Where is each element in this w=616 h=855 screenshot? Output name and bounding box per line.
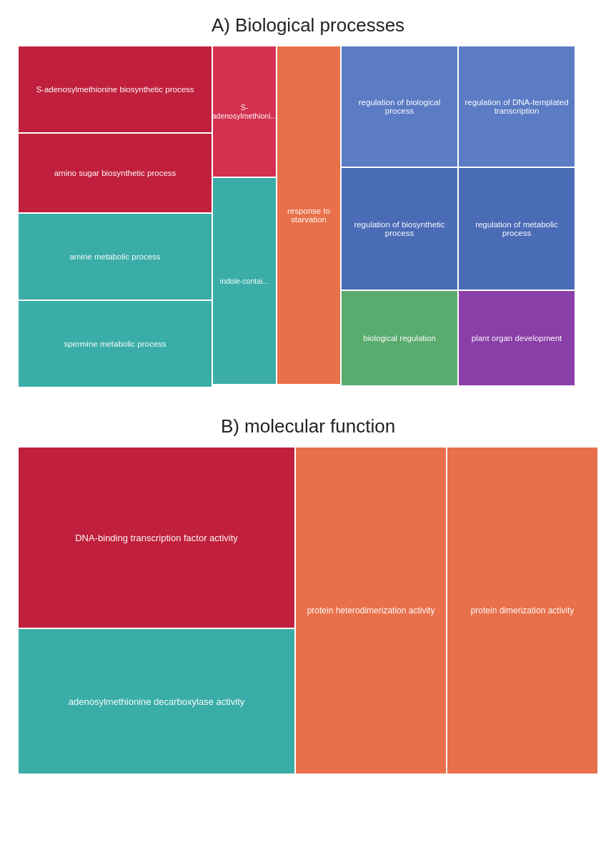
- cell-protein-dimer[interactable]: protein dimerization activity: [447, 448, 597, 774]
- cell-s-adeno-abbrev[interactable]: S-adenosylmethioni...: [213, 46, 276, 177]
- cell-reg-metabolic[interactable]: regulation of metabolic process: [459, 168, 575, 290]
- section-b: B) molecular function DNA-binding transc…: [14, 415, 602, 774]
- treemap-a-col2: S-adenosylmethioni... indole-contai...: [213, 46, 276, 387]
- cell-label: regulation of DNA-templated transcriptio…: [463, 98, 570, 115]
- cell-amine-metabolic[interactable]: amine metabolic process: [19, 214, 212, 300]
- cell-reg-biosynthetic[interactable]: regulation of biosynthetic process: [342, 168, 457, 290]
- treemap-a: S-adenosylmethionine biosynthetic proces…: [19, 46, 597, 387]
- cell-amino-sugar[interactable]: amino sugar biosynthetic process: [19, 134, 212, 212]
- cell-label: plant organ development: [472, 334, 562, 342]
- treemap-a-col5: regulation of DNA-templated transcriptio…: [459, 46, 575, 387]
- cell-label: protein heterodimerization activity: [307, 606, 435, 616]
- treemap-b-col1: DNA-binding transcription factor activit…: [19, 448, 294, 774]
- cell-protein-hetero[interactable]: protein heterodimerization activity: [296, 448, 446, 774]
- section-a-title: A) Biological processes: [14, 14, 602, 36]
- cell-reg-biological[interactable]: regulation of biological process: [342, 46, 457, 167]
- treemap-a-col1: S-adenosylmethionine biosynthetic proces…: [19, 46, 212, 387]
- cell-spermine-metabolic[interactable]: spermine metabolic process: [19, 301, 212, 387]
- cell-label: biological regulation: [363, 334, 436, 342]
- cell-plant-organ[interactable]: plant organ development: [459, 291, 575, 385]
- cell-label: DNA-binding transcription factor activit…: [75, 533, 238, 543]
- cell-label: response to starvation: [282, 207, 336, 224]
- cell-label: indole-contai...: [220, 277, 269, 285]
- cell-label: regulation of biological process: [346, 98, 453, 115]
- cell-label: adenosylmethionine decarboxylase activit…: [69, 696, 244, 707]
- cell-label: amine metabolic process: [69, 252, 160, 261]
- treemap-b-col3: protein dimerization activity: [447, 448, 597, 774]
- cell-label: S-adenosylmethionine biosynthetic proces…: [36, 85, 194, 94]
- cell-reg-dna-transcription[interactable]: regulation of DNA-templated transcriptio…: [459, 46, 575, 167]
- section-b-title: B) molecular function: [14, 415, 602, 438]
- treemap-b: DNA-binding transcription factor activit…: [19, 448, 597, 774]
- cell-s-adeno-biosyn[interactable]: S-adenosylmethionine biosynthetic proces…: [19, 46, 212, 132]
- cell-response-starvation[interactable]: response to starvation: [277, 46, 340, 384]
- cell-adenosyl-decarboxylase[interactable]: adenosylmethionine decarboxylase activit…: [19, 629, 294, 774]
- cell-indole[interactable]: indole-contai...: [213, 178, 276, 384]
- cell-label: amino sugar biosynthetic process: [54, 169, 177, 177]
- cell-label: regulation of metabolic process: [463, 220, 570, 237]
- treemap-b-col2: protein heterodimerization activity: [296, 448, 446, 774]
- cell-label: S-adenosylmethioni...: [213, 103, 276, 120]
- cell-label: regulation of biosynthetic process: [346, 220, 453, 237]
- cell-label: protein dimerization activity: [471, 606, 575, 616]
- cell-label: spermine metabolic process: [64, 340, 166, 348]
- section-a: A) Biological processes S-adenosylmethio…: [14, 14, 602, 387]
- cell-dna-binding-tf[interactable]: DNA-binding transcription factor activit…: [19, 448, 294, 628]
- cell-biological-regulation[interactable]: biological regulation: [342, 291, 457, 385]
- treemap-a-col3: response to starvation: [277, 46, 340, 387]
- treemap-a-col4: regulation of biological process regulat…: [342, 46, 457, 387]
